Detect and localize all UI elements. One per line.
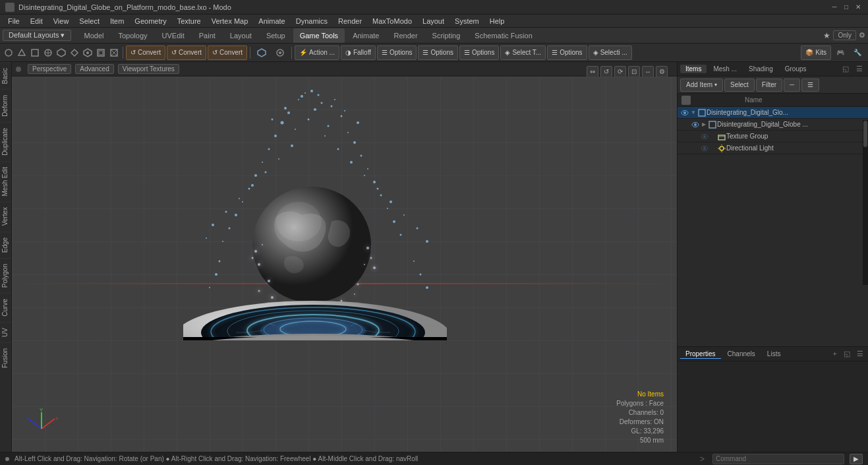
menu-select[interactable]: Select — [74, 15, 105, 28]
scrollbar-thumb[interactable] — [863, 121, 867, 147]
toolbar-icon-1[interactable] — [16, 46, 28, 60]
sidebar-tab-curve[interactable]: Curve — [0, 293, 11, 322]
expand-root[interactable]: ▼ — [689, 109, 697, 115]
viewport-textures-button[interactable]: Viewport Textures — [118, 64, 179, 74]
convert-button-3[interactable]: ↺ Convert — [208, 46, 247, 60]
tab-setup[interactable]: Setup — [260, 28, 292, 43]
viewport-canvas[interactable]: X Z Y No Items Polygons : Face Channels:… — [12, 77, 677, 452]
tab-animate[interactable]: Animate — [346, 28, 386, 43]
perspective-button[interactable]: Perspective — [28, 64, 71, 74]
sidebar-tab-fusion[interactable]: Fusion — [0, 342, 11, 373]
vp-ctrl-arrows[interactable]: ⇔ — [587, 66, 598, 78]
menu-file[interactable]: File — [3, 15, 25, 28]
options-button-3[interactable]: ☰ Options — [459, 46, 499, 60]
gear-icon[interactable]: ⚙ — [859, 31, 865, 40]
menu-help[interactable]: Help — [484, 15, 510, 28]
toolbar-icon-2[interactable] — [29, 46, 41, 60]
tab-schematic[interactable]: Schematic Fusion — [468, 28, 538, 43]
wrench-icon[interactable]: 🔧 — [850, 46, 865, 60]
prop-tab-channels[interactable]: Channels — [722, 350, 761, 358]
tree-item-root[interactable]: ▼ Disintegrating_Digital_Glo... — [678, 107, 868, 119]
right-tab-mesh[interactable]: Mesh ... — [708, 65, 742, 73]
toolbar-icon-3[interactable] — [42, 46, 54, 60]
vp-ctrl-expand[interactable]: ↔ — [642, 66, 654, 78]
sidebar-tab-meshedit[interactable]: Mesh Edit — [0, 161, 11, 201]
gamepad-icon[interactable]: 🎮 — [832, 46, 848, 60]
sidebar-tab-basic[interactable]: Basic — [0, 62, 11, 89]
tab-scripting[interactable]: Scripting — [426, 28, 467, 43]
tab-uvedit[interactable]: UVEdit — [156, 28, 191, 43]
action-button[interactable]: ⚡ Action ... — [295, 46, 339, 60]
menu-dynamics[interactable]: Dynamics — [291, 15, 333, 28]
options-button-1[interactable]: ☰ Options — [377, 46, 417, 60]
convert-button-1[interactable]: ↺ Convert — [126, 46, 165, 60]
convert-button-2[interactable]: ↺ Convert — [167, 46, 206, 60]
eye-icon-child1[interactable] — [691, 120, 700, 129]
maximize-button[interactable]: □ — [842, 3, 851, 12]
toolbar-icon-mesh[interactable] — [253, 46, 270, 60]
vp-ctrl-rotate[interactable]: ↺ — [600, 66, 612, 78]
tab-render[interactable]: Render — [387, 28, 424, 43]
eye-icon-root[interactable] — [680, 108, 689, 117]
sidebar-tab-duplicate[interactable]: Duplicate — [0, 122, 11, 161]
menu-system[interactable]: System — [449, 15, 484, 28]
sidebar-tab-polygon[interactable]: Polygon — [0, 258, 11, 293]
layouts-dropdown[interactable]: Default Layouts ▾ — [3, 30, 71, 41]
items-scrollbar[interactable] — [863, 120, 868, 285]
toolbar-icon-5[interactable] — [69, 46, 80, 60]
star-button[interactable]: ★ — [823, 31, 830, 40]
vp-ctrl-refresh[interactable]: ⟳ — [614, 66, 626, 78]
toolbar-icon-6[interactable] — [82, 46, 94, 60]
minus-button[interactable]: ─ — [784, 78, 800, 92]
selection-button[interactable]: ◈ Selecti ... — [589, 46, 632, 60]
menu-animate[interactable]: Animate — [253, 15, 290, 28]
status-arrow[interactable]: > — [697, 454, 707, 464]
titlebar-controls[interactable]: ─ □ ✕ — [830, 3, 863, 12]
advanced-button[interactable]: Advanced — [75, 64, 113, 74]
eye-icon-child3[interactable] — [700, 144, 709, 153]
add-item-button[interactable]: Add Item ▾ — [680, 78, 723, 92]
right-tab-groups[interactable]: Groups — [780, 65, 812, 73]
tree-item-child1[interactable]: ▶ Disintegrating_Digital_Globe ... — [678, 119, 868, 131]
options-button-4[interactable]: ☰ Options — [547, 46, 587, 60]
menu-render[interactable]: Render — [333, 15, 367, 28]
falloff-button[interactable]: ◑ Falloff — [341, 46, 376, 60]
vp-ctrl-settings[interactable]: ⚙ — [656, 66, 668, 78]
prop-resize-button[interactable]: ◱ — [842, 350, 852, 358]
minimize-button[interactable]: ─ — [830, 3, 839, 12]
menu-maxtomodo[interactable]: MaxToModo — [367, 15, 417, 28]
select-type-button[interactable]: ◈ Select T... — [500, 46, 546, 60]
prop-add-button[interactable]: + — [831, 350, 839, 358]
right-tab-items[interactable]: Items — [680, 65, 707, 73]
menu-vertexmap[interactable]: Vertex Map — [206, 15, 254, 28]
command-go-button[interactable]: ▶ — [850, 454, 863, 464]
toolbar-icon-8[interactable] — [108, 46, 120, 60]
tab-topology[interactable]: Topology — [111, 28, 154, 43]
only-button[interactable]: Only — [833, 30, 856, 40]
settings-button[interactable]: ☰ — [801, 78, 819, 92]
tree-item-child2[interactable]: Texture Group — [678, 131, 868, 142]
close-button[interactable]: ✕ — [854, 3, 863, 12]
menu-layout[interactable]: Layout — [417, 15, 449, 28]
prop-tab-properties[interactable]: Properties — [680, 350, 721, 359]
select-button[interactable]: Select — [724, 78, 755, 92]
sidebar-tab-uv[interactable]: UV — [0, 322, 11, 342]
menu-item[interactable]: Item — [105, 15, 129, 28]
sidebar-tab-edge[interactable]: Edge — [0, 232, 11, 258]
tab-gametools[interactable]: Game Tools — [293, 28, 345, 43]
panel-menu-icon[interactable]: ☰ — [854, 64, 865, 74]
tab-model[interactable]: Model — [78, 28, 111, 43]
menu-view[interactable]: View — [48, 15, 74, 28]
menu-texture[interactable]: Texture — [172, 15, 206, 28]
menu-edit[interactable]: Edit — [25, 15, 48, 28]
kits-button[interactable]: 📦 Kits — [801, 46, 831, 60]
panel-resize-icon[interactable]: ◱ — [840, 64, 852, 74]
prop-menu-button[interactable]: ☰ — [855, 350, 865, 358]
tab-layout[interactable]: Layout — [223, 28, 258, 43]
prop-tab-lists[interactable]: Lists — [762, 350, 786, 358]
menu-geometry[interactable]: Geometry — [129, 15, 171, 28]
tab-paint[interactable]: Paint — [192, 28, 222, 43]
filter-button[interactable]: Filter — [756, 78, 782, 92]
toolbar-icon-7[interactable] — [95, 46, 107, 60]
sidebar-tab-deform[interactable]: Deform — [0, 89, 11, 122]
